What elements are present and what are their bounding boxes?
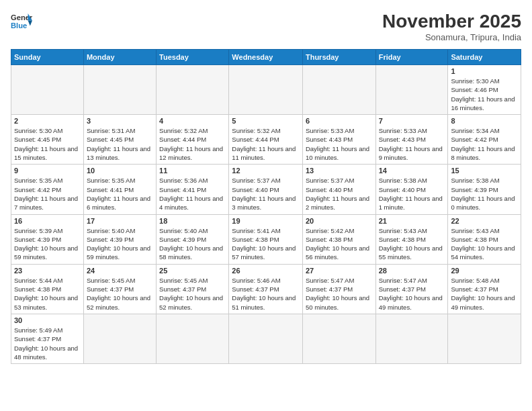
- calendar-cell: 22Sunrise: 5:43 AM Sunset: 4:38 PM Dayli…: [448, 214, 521, 264]
- svg-marker-3: [28, 20, 32, 26]
- calendar-cell: [229, 65, 303, 115]
- weekday-tuesday: Tuesday: [157, 50, 229, 65]
- calendar-cell: [11, 65, 84, 115]
- day-info: Sunrise: 5:33 AM Sunset: 4:43 PM Dayligh…: [379, 126, 445, 162]
- calendar-cell: 25Sunrise: 5:45 AM Sunset: 4:37 PM Dayli…: [157, 264, 229, 314]
- week-row-4: 16Sunrise: 5:39 AM Sunset: 4:39 PM Dayli…: [11, 214, 521, 264]
- day-number: 10: [87, 167, 153, 175]
- week-row-6: 30Sunrise: 5:49 AM Sunset: 4:37 PM Dayli…: [11, 314, 521, 363]
- calendar-cell: [83, 65, 156, 115]
- day-number: 21: [379, 217, 445, 225]
- day-info: Sunrise: 5:34 AM Sunset: 4:42 PM Dayligh…: [451, 126, 518, 162]
- calendar-cell: 20Sunrise: 5:42 AM Sunset: 4:38 PM Dayli…: [302, 214, 375, 264]
- calendar-cell: 28Sunrise: 5:47 AM Sunset: 4:37 PM Dayli…: [375, 264, 448, 314]
- day-number: 3: [87, 117, 153, 125]
- day-info: Sunrise: 5:47 AM Sunset: 4:37 PM Dayligh…: [306, 276, 373, 312]
- day-number: 18: [159, 217, 226, 225]
- calendar-cell: [375, 65, 448, 115]
- day-info: Sunrise: 5:41 AM Sunset: 4:38 PM Dayligh…: [232, 226, 300, 262]
- day-number: 24: [87, 267, 153, 275]
- day-info: Sunrise: 5:49 AM Sunset: 4:37 PM Dayligh…: [14, 326, 81, 361]
- day-info: Sunrise: 5:36 AM Sunset: 4:41 PM Dayligh…: [159, 176, 226, 212]
- calendar-cell: 14Sunrise: 5:38 AM Sunset: 4:40 PM Dayli…: [375, 165, 448, 214]
- day-info: Sunrise: 5:40 AM Sunset: 4:39 PM Dayligh…: [159, 226, 226, 262]
- day-number: 16: [14, 217, 81, 225]
- calendar-cell: [157, 314, 229, 363]
- day-number: 5: [232, 117, 300, 125]
- day-number: 19: [232, 217, 300, 225]
- weekday-header-row: SundayMondayTuesdayWednesdayThursdayFrid…: [11, 50, 521, 65]
- day-number: 11: [159, 167, 226, 175]
- weekday-friday: Friday: [375, 50, 448, 65]
- subtitle: Sonamura, Tripura, India: [382, 32, 521, 42]
- week-row-3: 9Sunrise: 5:35 AM Sunset: 4:42 PM Daylig…: [11, 165, 521, 214]
- day-number: 25: [159, 267, 226, 275]
- week-row-1: 1Sunrise: 5:30 AM Sunset: 4:46 PM Daylig…: [11, 65, 521, 115]
- day-info: Sunrise: 5:33 AM Sunset: 4:43 PM Dayligh…: [306, 126, 373, 162]
- calendar-cell: 6Sunrise: 5:33 AM Sunset: 4:43 PM Daylig…: [302, 115, 375, 165]
- calendar-cell: 7Sunrise: 5:33 AM Sunset: 4:43 PM Daylig…: [375, 115, 448, 165]
- day-number: 14: [379, 167, 445, 175]
- calendar-cell: [229, 314, 303, 363]
- day-info: Sunrise: 5:45 AM Sunset: 4:37 PM Dayligh…: [87, 276, 153, 312]
- logo: General Blue: [11, 11, 32, 32]
- day-info: Sunrise: 5:43 AM Sunset: 4:38 PM Dayligh…: [379, 226, 445, 262]
- day-info: Sunrise: 5:37 AM Sunset: 4:40 PM Dayligh…: [306, 176, 373, 212]
- calendar-cell: 13Sunrise: 5:37 AM Sunset: 4:40 PM Dayli…: [302, 165, 375, 214]
- day-number: 30: [14, 316, 81, 324]
- calendar-cell: 24Sunrise: 5:45 AM Sunset: 4:37 PM Dayli…: [83, 264, 156, 314]
- title-block: November 2025 Sonamura, Tripura, India: [382, 11, 521, 42]
- day-info: Sunrise: 5:45 AM Sunset: 4:37 PM Dayligh…: [159, 276, 226, 312]
- calendar-cell: 5Sunrise: 5:32 AM Sunset: 4:44 PM Daylig…: [229, 115, 303, 165]
- weekday-monday: Monday: [83, 50, 156, 65]
- day-info: Sunrise: 5:38 AM Sunset: 4:39 PM Dayligh…: [451, 176, 518, 212]
- calendar-cell: 27Sunrise: 5:47 AM Sunset: 4:37 PM Dayli…: [302, 264, 375, 314]
- weekday-saturday: Saturday: [448, 50, 521, 65]
- week-row-5: 23Sunrise: 5:44 AM Sunset: 4:38 PM Dayli…: [11, 264, 521, 314]
- calendar-cell: 4Sunrise: 5:32 AM Sunset: 4:44 PM Daylig…: [157, 115, 229, 165]
- weekday-thursday: Thursday: [302, 50, 375, 65]
- day-number: 1: [451, 67, 518, 75]
- calendar: SundayMondayTuesdayWednesdayThursdayFrid…: [11, 49, 521, 364]
- day-number: 9: [14, 167, 81, 175]
- calendar-cell: [302, 314, 375, 363]
- day-number: 2: [14, 117, 81, 125]
- day-info: Sunrise: 5:44 AM Sunset: 4:38 PM Dayligh…: [14, 276, 81, 312]
- calendar-cell: 8Sunrise: 5:34 AM Sunset: 4:42 PM Daylig…: [448, 115, 521, 165]
- calendar-cell: 23Sunrise: 5:44 AM Sunset: 4:38 PM Dayli…: [11, 264, 84, 314]
- day-info: Sunrise: 5:46 AM Sunset: 4:37 PM Dayligh…: [232, 276, 300, 312]
- calendar-cell: 10Sunrise: 5:35 AM Sunset: 4:41 PM Dayli…: [83, 165, 156, 214]
- calendar-cell: 29Sunrise: 5:48 AM Sunset: 4:37 PM Dayli…: [448, 264, 521, 314]
- calendar-cell: 18Sunrise: 5:40 AM Sunset: 4:39 PM Dayli…: [157, 214, 229, 264]
- calendar-cell: [448, 314, 521, 363]
- calendar-cell: 12Sunrise: 5:37 AM Sunset: 4:40 PM Dayli…: [229, 165, 303, 214]
- day-info: Sunrise: 5:40 AM Sunset: 4:39 PM Dayligh…: [87, 226, 153, 262]
- calendar-cell: 15Sunrise: 5:38 AM Sunset: 4:39 PM Dayli…: [448, 165, 521, 214]
- calendar-cell: 26Sunrise: 5:46 AM Sunset: 4:37 PM Dayli…: [229, 264, 303, 314]
- day-number: 27: [306, 267, 373, 275]
- day-info: Sunrise: 5:38 AM Sunset: 4:40 PM Dayligh…: [379, 176, 445, 212]
- day-info: Sunrise: 5:39 AM Sunset: 4:39 PM Dayligh…: [14, 226, 81, 262]
- calendar-cell: [83, 314, 156, 363]
- day-number: 17: [87, 217, 153, 225]
- day-info: Sunrise: 5:43 AM Sunset: 4:38 PM Dayligh…: [451, 226, 518, 262]
- day-info: Sunrise: 5:35 AM Sunset: 4:42 PM Dayligh…: [14, 176, 81, 212]
- day-number: 8: [451, 117, 518, 125]
- calendar-cell: 21Sunrise: 5:43 AM Sunset: 4:38 PM Dayli…: [375, 214, 448, 264]
- day-info: Sunrise: 5:47 AM Sunset: 4:37 PM Dayligh…: [379, 276, 445, 312]
- calendar-cell: 3Sunrise: 5:31 AM Sunset: 4:45 PM Daylig…: [83, 115, 156, 165]
- calendar-cell: 1Sunrise: 5:30 AM Sunset: 4:46 PM Daylig…: [448, 65, 521, 115]
- day-number: 6: [306, 117, 373, 125]
- svg-text:Blue: Blue: [11, 21, 27, 30]
- day-number: 29: [451, 267, 518, 275]
- calendar-body: 1Sunrise: 5:30 AM Sunset: 4:46 PM Daylig…: [11, 65, 521, 364]
- calendar-cell: [302, 65, 375, 115]
- page: General Blue November 2025 Sonamura, Tri…: [0, 0, 532, 411]
- day-number: 20: [306, 217, 373, 225]
- day-info: Sunrise: 5:37 AM Sunset: 4:40 PM Dayligh…: [232, 176, 300, 212]
- calendar-header: SundayMondayTuesdayWednesdayThursdayFrid…: [11, 50, 521, 65]
- day-info: Sunrise: 5:42 AM Sunset: 4:38 PM Dayligh…: [306, 226, 373, 262]
- header: General Blue November 2025 Sonamura, Tri…: [11, 11, 521, 42]
- logo-icon: General Blue: [11, 11, 32, 32]
- calendar-cell: 9Sunrise: 5:35 AM Sunset: 4:42 PM Daylig…: [11, 165, 84, 214]
